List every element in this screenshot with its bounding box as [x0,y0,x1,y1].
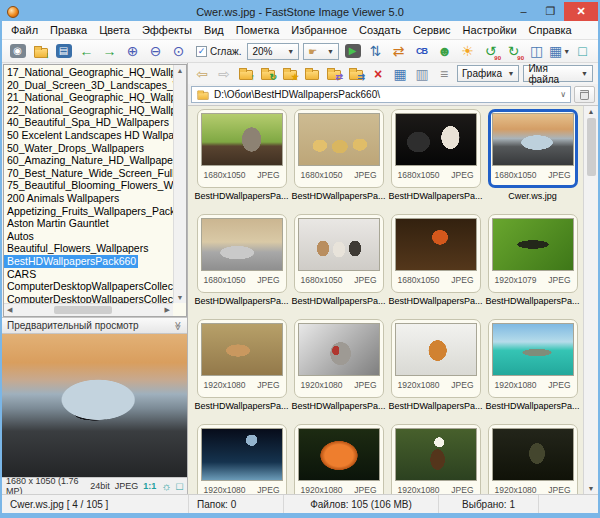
acquire-image-icon[interactable]: ◉ [6,42,29,61]
thumbnail-image[interactable] [298,428,380,481]
thumbnail-image[interactable] [298,113,380,166]
copy-move-icon[interactable]: ⇅ [364,42,387,61]
folder-list-item[interactable]: Beautiful_Flowers_Wallpapers [4,242,173,255]
folder-list-item[interactable]: 40_Beautiful_Spa_HD_Wallpapers [4,116,173,129]
smoothing-checkbox[interactable]: ✓ [196,46,207,57]
thumbnail-image[interactable] [492,218,574,271]
save-as-icon[interactable]: ▤ [52,42,75,61]
previous-image-icon[interactable]: ← [75,42,98,61]
folder-list-item[interactable]: 50_Water_Drops_Wallpapers [4,142,173,155]
thumbnail-cell[interactable]: 1920x1080JPEGBestHDWallpapersPa... [193,319,290,424]
thumbnail-card[interactable]: 1920x1080JPEG [488,424,578,494]
view-style-icon[interactable]: ▦▼ [548,42,571,61]
folder-list-item[interactable]: BestHDWallpapersPack660 [4,255,138,268]
thumbnail-image[interactable] [492,113,574,166]
trash-button[interactable] [574,86,595,103]
thumbnail-cell[interactable]: 1920x1080JPEGBestHDWallpapersPa... [387,424,484,494]
thumbnail-cell[interactable]: 1920x1080JPEGBestHDWallpapersPa... [290,424,387,494]
folder-move-icon[interactable]: ⇄ [323,64,345,83]
thumbnail-card[interactable]: 1680x1050JPEG [294,109,384,188]
hscroll-thumb[interactable] [54,306,112,314]
thumbnail-card[interactable]: 1920x1080JPEG [391,319,481,398]
folder-refresh-icon[interactable]: ↻ [257,64,279,83]
folder-list-vscrollbar[interactable]: ▲ ▼ [173,65,186,303]
menu-item-цвета[interactable]: Цвета [93,24,136,36]
thumbnail-card[interactable]: 1920x1080JPEG [197,319,287,398]
thumbnail-cell[interactable]: 1920x1080JPEGBestHDWallpapersPa... [193,424,290,494]
close-button[interactable]: ✕ [564,2,598,21]
rotate-right-icon[interactable]: ↻90 [502,42,525,61]
folder-list-item[interactable]: Autos [4,230,173,243]
thumbnail-card[interactable]: 1920x1080JPEG [197,424,287,494]
scroll-right-icon[interactable]: ▶ [165,306,170,314]
delete-icon[interactable]: × [367,64,389,83]
thumbnail-cell[interactable]: 1680x1050JPEGBestHDWallpapersPa... [290,109,387,214]
folder-list-item[interactable]: 75_Beautiful_Blooming_Flowers_Wide_HQ_ [4,179,173,192]
thumbnail-image[interactable] [201,323,283,376]
sort-select[interactable]: Имя файла ▼ [523,65,593,82]
thumbnail-card[interactable]: 1920x1080JPEG [294,424,384,494]
slideshow-icon[interactable]: ▶ [341,42,364,61]
thumbnail-cell[interactable]: 1920x1080JPEGBestHDWallpapersPa... [484,424,581,494]
preview-image[interactable] [2,334,187,477]
folder-list-item[interactable]: 200 Animals Wallpapers [4,192,173,205]
thumbnail-card[interactable]: 1920x1080JPEG [294,319,384,398]
thumbnail-card[interactable]: 1680x1050JPEG [391,109,481,188]
scroll-down-icon[interactable]: ▼ [588,485,595,492]
folder-list-item[interactable]: 21_National_Geographic_HQ_Wallpaper_Pa [4,91,173,104]
thumbnail-card[interactable]: 1920x1080JPEG [488,319,578,398]
view-columns-icon[interactable]: ▥ [411,64,433,83]
folder-list-hscrollbar[interactable]: ◀ ▶ [4,303,173,316]
thumbnail-image[interactable] [395,113,477,166]
image-convert-icon[interactable]: ⇄ [387,42,410,61]
menu-item-сервис[interactable]: Сервис [407,24,457,36]
menu-item-пометка[interactable]: Пометка [230,24,286,36]
thumbnail-image[interactable] [298,218,380,271]
back-icon[interactable]: ⇦ [191,64,213,83]
menu-item-справка[interactable]: Справка [523,24,578,36]
folder-list-item[interactable]: Appetizing_Fruits_Wallpapers_Pack [4,205,173,218]
thumbnail-card[interactable]: 1680x1050JPEG [197,214,287,293]
zoom-out-icon[interactable]: ⊖ [144,42,167,61]
menu-item-настройки[interactable]: Настройки [457,24,523,36]
folder-list-item[interactable]: 70_Best_Nature_Wide_Screen_Full_HD_Wall [4,167,173,180]
minimize-button[interactable]: – [510,2,537,21]
thumbnail-image[interactable] [492,323,574,376]
next-image-icon[interactable]: → [98,42,121,61]
batch-rename-icon[interactable]: CB [410,42,433,61]
thumbnail-cell[interactable]: 1680x1050JPEGBestHDWallpapersPa... [290,214,387,319]
folder-copy-icon[interactable]: ⇉ [345,64,367,83]
thumbnail-cell[interactable]: 1920x1080JPEGBestHDWallpapersPa... [387,319,484,424]
resize-icon[interactable]: ☻ [433,42,456,61]
vscroll-thumb[interactable] [587,118,596,176]
thumbnail-card[interactable]: 1680x1050JPEG [294,214,384,293]
zoom-select[interactable]: 20% ▼ [247,43,299,60]
adjust-lighting-icon[interactable]: ☀ [456,42,479,61]
scroll-left-icon[interactable]: ◀ [7,306,12,314]
preview-header[interactable]: Предварительный просмотр ≫ [2,317,187,334]
folder-list-item[interactable]: ComputerDesktopWallpapersCollection352 [4,280,173,293]
thumbnail-card[interactable]: 1680x1050JPEG [391,214,481,293]
thumbnail-cell[interactable]: 1680x1050JPEGBestHDWallpapersPa... [387,214,484,319]
thumbnail-cell[interactable]: 1920x1080JPEGBestHDWallpapersPa... [484,319,581,424]
thumbnail-cell[interactable]: 1920x1080JPEGBestHDWallpapersPa... [290,319,387,424]
thumbnail-image[interactable] [201,428,283,481]
folder-list-item[interactable]: 60_Amazing_Nature_HD_Wallpapers [4,154,173,167]
folder-list-item[interactable]: 50 Excelent Landscapes HD Wallpapers (Se… [4,129,173,142]
fullscreen-icon[interactable]: □ [176,481,183,492]
folder-favorites-icon[interactable]: ★ [279,64,301,83]
actual-size-icon[interactable]: ⊙ [167,42,190,61]
file-filter-select[interactable]: Графика ▼ [457,65,519,82]
folder-list-item[interactable]: 22_National_Geographic_HQ_Wallpaper_Pa [4,104,173,117]
scroll-up-icon[interactable]: ▲ [177,67,184,74]
forward-icon[interactable]: ⇨ [213,64,235,83]
thumbnail-cell[interactable]: 1680x1050JPEGBestHDWallpapersPa... [387,109,484,214]
folder-list-item[interactable]: 17_National_Geographic_HQ_Wallpaper_Pa [4,66,173,79]
thumbnail-cell[interactable]: 1920x1079JPEGBestHDWallpapersPa... [484,214,581,319]
thumbnail-image[interactable] [395,218,477,271]
full-screen-icon[interactable]: □ [571,42,594,61]
menu-item-вид[interactable]: Вид [198,24,230,36]
view-thumbnails-icon[interactable]: ▦ [389,64,411,83]
options-icon[interactable]: ☼ [161,481,171,492]
folder-list-item[interactable]: Aston Martin Gauntlet [4,217,173,230]
